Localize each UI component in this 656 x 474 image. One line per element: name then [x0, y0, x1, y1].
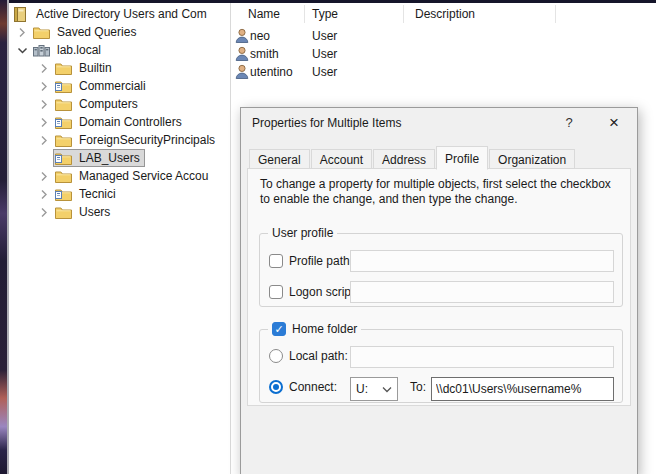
tree-item-label: Builtin: [77, 60, 114, 76]
tab-address[interactable]: Address: [373, 149, 435, 169]
cell-name: neo: [250, 29, 270, 43]
folder-icon: [33, 25, 50, 40]
tree-item-domain-controllers[interactable]: Domain Controllers: [9, 113, 230, 131]
dialog-title: Properties for Multiple Items: [252, 116, 401, 130]
tree-item-label: Domain Controllers: [77, 114, 184, 130]
close-icon[interactable]: ×: [599, 110, 629, 135]
tree-item-lab-local[interactable]: lab.local: [9, 41, 230, 59]
chevron-right-icon[interactable]: [38, 134, 51, 147]
connect-radio[interactable]: [269, 380, 283, 394]
domain-icon: [33, 43, 50, 58]
profile-path-label: Profile path:: [289, 254, 353, 268]
dialog-description: To change a property for multiple object…: [260, 177, 622, 207]
tree-item-active-directory-root[interactable]: Active Directory Users and Com: [9, 5, 230, 23]
tree-item-label: Commerciali: [77, 78, 148, 94]
folder-icon: [55, 169, 72, 184]
chevron-right-icon[interactable]: [38, 206, 51, 219]
tree-item-saved-queries[interactable]: Saved Queries: [9, 23, 230, 41]
folder-icon: [55, 97, 72, 112]
properties-dialog: Properties for Multiple Items ? × Genera…: [240, 107, 638, 474]
tree-item-label: Saved Queries: [55, 24, 138, 40]
tree-item-computers[interactable]: Computers: [9, 95, 230, 113]
dialog-tabstrip: General Account Address Profile Organiza…: [249, 145, 576, 169]
chevron-right-icon[interactable]: [38, 170, 51, 183]
column-divider[interactable]: [403, 5, 404, 23]
home-folder-checkbox[interactable]: [272, 322, 286, 336]
ou-folder-icon: [55, 151, 72, 166]
aduc-window: Active Directory Users and Com Saved Que…: [0, 0, 656, 474]
logon-script-checkbox[interactable]: [269, 285, 283, 299]
connect-to-label: To:: [410, 380, 426, 394]
tree-item-foreign-security-principals[interactable]: ForeignSecurityPrincipals: [9, 131, 230, 149]
tree-item-label: Computers: [77, 96, 140, 112]
logon-script-input[interactable]: [350, 281, 614, 303]
list-header: Name Type Description: [231, 3, 656, 25]
console-icon: [12, 7, 29, 22]
tree-item-label: LAB_Users: [77, 150, 142, 166]
chevron-down-icon: [382, 386, 392, 393]
user-profile-group: User profile Profile path: Logon script:: [259, 233, 623, 307]
dialog-titlebar[interactable]: Properties for Multiple Items ? ×: [241, 108, 637, 138]
local-path-radio[interactable]: [269, 349, 283, 363]
chevron-spacer: [38, 152, 51, 165]
local-path-input[interactable]: [350, 346, 614, 368]
chevron-down-icon[interactable]: [16, 44, 29, 57]
console-tree-pane: Active Directory Users and Com Saved Que…: [9, 3, 230, 474]
profile-tab-page: To change a property for multiple object…: [247, 168, 631, 406]
user-profile-group-label: User profile: [268, 226, 337, 240]
cell-type: User: [312, 47, 337, 61]
tree-item-lab-users[interactable]: LAB_Users: [9, 149, 230, 167]
chevron-right-icon[interactable]: [16, 26, 29, 39]
profile-path-input[interactable]: [350, 250, 614, 272]
tree-item-builtin[interactable]: Builtin: [9, 59, 230, 77]
column-divider[interactable]: [555, 5, 556, 23]
tab-account[interactable]: Account: [311, 149, 372, 169]
cell-name: smith: [250, 47, 279, 61]
ou-folder-icon: [55, 187, 72, 202]
ou-folder-icon: [55, 115, 72, 130]
cell-type: User: [312, 29, 337, 43]
connect-label: Connect:: [289, 380, 337, 394]
tab-general[interactable]: General: [249, 149, 310, 169]
tab-profile[interactable]: Profile: [436, 146, 488, 170]
list-item-utentino[interactable]: utentino User: [231, 63, 656, 81]
tree-item-users[interactable]: Users: [9, 203, 230, 221]
local-path-label: Local path:: [289, 349, 348, 363]
tree-item-label: ForeignSecurityPrincipals: [77, 132, 217, 148]
tree-item-commerciali[interactable]: Commerciali: [9, 77, 230, 95]
list-item-neo[interactable]: neo User: [231, 27, 656, 45]
desktop-background: [0, 0, 7, 474]
tree-item-tecnici[interactable]: Tecnici: [9, 185, 230, 203]
chevron-right-icon[interactable]: [38, 98, 51, 111]
folder-icon: [55, 133, 72, 148]
tree-item-label: Managed Service Accou: [77, 168, 210, 184]
ou-folder-icon: [55, 79, 72, 94]
tree-item-managed-service-accounts[interactable]: Managed Service Accou: [9, 167, 230, 185]
user-icon: [235, 28, 249, 43]
folder-icon: [55, 61, 72, 76]
list-item-smith[interactable]: smith User: [231, 45, 656, 63]
logon-script-label: Logon script:: [289, 285, 358, 299]
chevron-right-icon[interactable]: [38, 62, 51, 75]
user-icon: [235, 46, 249, 61]
column-header-description[interactable]: Description: [415, 7, 475, 21]
help-button[interactable]: ?: [556, 112, 582, 134]
chevron-right-icon[interactable]: [38, 116, 51, 129]
connect-path-input[interactable]: [431, 377, 614, 401]
user-icon: [235, 64, 249, 79]
chevron-right-icon[interactable]: [38, 80, 51, 93]
tab-organization[interactable]: Organization: [489, 149, 575, 169]
chevron-right-icon[interactable]: [38, 188, 51, 201]
column-header-name[interactable]: Name: [248, 7, 280, 21]
column-header-type[interactable]: Type: [312, 7, 338, 21]
home-folder-group-label: Home folder: [268, 322, 361, 336]
tree-item-label: Tecnici: [77, 186, 118, 202]
drive-letter-value: U:: [356, 382, 368, 396]
profile-path-checkbox[interactable]: [269, 254, 283, 268]
cell-name: utentino: [250, 65, 293, 79]
tree-item-label: lab.local: [55, 42, 103, 58]
column-divider[interactable]: [304, 5, 305, 23]
drive-letter-select[interactable]: U:: [350, 377, 398, 401]
home-folder-group: Home folder Local path: Connect: U: To:: [259, 329, 623, 403]
tree-item-label: Active Directory Users and Com: [34, 6, 209, 22]
